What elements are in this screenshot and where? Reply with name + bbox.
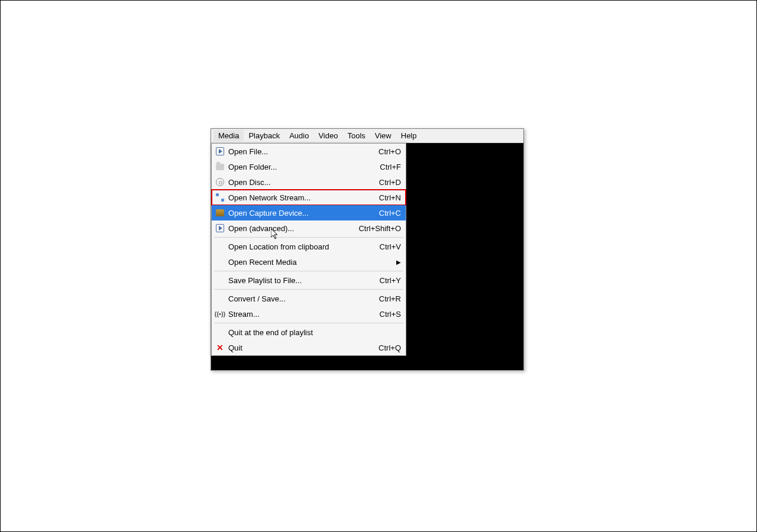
- menu-shortcut: Ctrl+S: [354, 310, 401, 319]
- menu-separator: [214, 289, 403, 290]
- submenu-arrow-icon: ▶: [394, 259, 401, 265]
- menu-label: Save Playlist to File...: [228, 276, 354, 285]
- menu-label: Open Disc...: [228, 178, 354, 187]
- menu-help[interactable]: Help: [396, 130, 422, 141]
- menu-open-folder[interactable]: Open Folder... Ctrl+F: [212, 159, 406, 174]
- menu-open-file[interactable]: Open File... Ctrl+O: [212, 144, 406, 159]
- menu-shortcut: Ctrl+Shift+O: [352, 224, 401, 233]
- menu-label: Stream...: [228, 310, 354, 319]
- menubar: Media Playback Audio Video Tools View He…: [211, 129, 523, 143]
- media-dropdown: Open File... Ctrl+O Open Folder... Ctrl+…: [211, 143, 406, 356]
- menu-label: Open (advanced)...: [228, 224, 352, 233]
- menu-open-network-stream[interactable]: Open Network Stream... Ctrl+N: [212, 190, 406, 205]
- blank-icon: [214, 275, 226, 286]
- menu-label: Quit: [228, 343, 354, 352]
- menu-open-disc[interactable]: Open Disc... Ctrl+D: [212, 174, 406, 190]
- menu-label: Open Folder...: [228, 163, 354, 171]
- menu-shortcut: Ctrl+N: [354, 193, 401, 202]
- capture-device-icon: [214, 207, 226, 218]
- menu-open-clipboard[interactable]: Open Location from clipboard Ctrl+V: [212, 239, 406, 254]
- menu-view[interactable]: View: [370, 130, 396, 141]
- close-icon: ✕: [214, 342, 226, 353]
- menu-media[interactable]: Media: [213, 130, 244, 141]
- menu-label: Open Network Stream...: [228, 193, 354, 202]
- menu-open-capture-device[interactable]: Open Capture Device... Ctrl+C: [212, 205, 406, 220]
- menu-shortcut: Ctrl+D: [354, 178, 401, 187]
- menu-open-recent[interactable]: Open Recent Media ▶: [212, 254, 406, 270]
- menu-label: Quit at the end of playlist: [228, 328, 354, 337]
- menu-label: Open File...: [228, 147, 354, 156]
- play-file-icon: [214, 223, 226, 233]
- menu-playback[interactable]: Playback: [244, 130, 284, 141]
- menu-stream[interactable]: ((•)) Stream... Ctrl+S: [212, 306, 406, 322]
- menu-tools[interactable]: Tools: [342, 130, 370, 141]
- network-icon: [214, 192, 226, 203]
- blank-icon: [214, 257, 226, 267]
- blank-icon: [214, 327, 226, 338]
- menu-shortcut: Ctrl+Y: [354, 276, 401, 285]
- menu-shortcut: Ctrl+C: [354, 209, 401, 218]
- menu-label: Open Location from clipboard: [228, 242, 354, 251]
- menu-audio[interactable]: Audio: [284, 130, 313, 141]
- menu-video[interactable]: Video: [313, 130, 342, 141]
- menu-convert-save[interactable]: Convert / Save... Ctrl+R: [212, 291, 406, 306]
- menu-shortcut: Ctrl+R: [354, 294, 401, 303]
- menu-quit[interactable]: ✕ Quit Ctrl+Q: [212, 340, 406, 355]
- menu-separator: [214, 237, 403, 238]
- menu-label: Convert / Save...: [228, 294, 354, 303]
- menu-save-playlist[interactable]: Save Playlist to File... Ctrl+Y: [212, 273, 406, 288]
- blank-icon: [214, 293, 226, 304]
- menu-quit-end-playlist[interactable]: Quit at the end of playlist: [212, 325, 406, 340]
- menu-shortcut: Ctrl+O: [354, 147, 401, 156]
- play-file-icon: [214, 146, 226, 157]
- menu-open-advanced[interactable]: Open (advanced)... Ctrl+Shift+O: [212, 220, 406, 236]
- folder-icon: [214, 161, 226, 172]
- menu-shortcut: Ctrl+F: [354, 163, 401, 171]
- menu-label: Open Recent Media: [228, 258, 347, 267]
- menu-shortcut: Ctrl+Q: [354, 343, 401, 352]
- stream-icon: ((•)): [214, 309, 226, 319]
- menu-shortcut: Ctrl+V: [354, 242, 401, 251]
- app-window: Media Playback Audio Video Tools View He…: [211, 128, 524, 371]
- menu-separator: [214, 323, 403, 323]
- blank-icon: [214, 241, 226, 252]
- disc-icon: [214, 177, 226, 187]
- menu-separator: [214, 271, 403, 271]
- menu-label: Open Capture Device...: [228, 209, 354, 218]
